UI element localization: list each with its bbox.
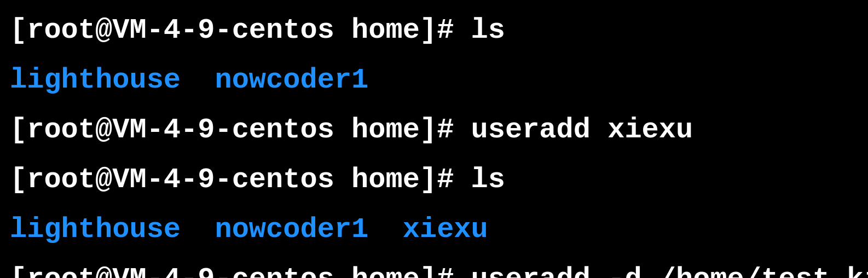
terminal-line-4: [root@VM-4-9-centos home]# ls <box>10 155 858 205</box>
terminal-line-1: [root@VM-4-9-centos home]# ls <box>10 5 858 55</box>
terminal-line-5: lighthouse nowcoder1 xiexu <box>10 205 858 254</box>
terminal-line-6: [root@VM-4-9-centos home]# useradd -d /h… <box>10 254 858 278</box>
terminal-container: [root@VM-4-9-centos home]# lslighthouse … <box>10 5 858 278</box>
terminal-line-2: lighthouse nowcoder1 <box>10 55 858 105</box>
terminal-line-3: [root@VM-4-9-centos home]# useradd xiexu <box>10 105 858 155</box>
